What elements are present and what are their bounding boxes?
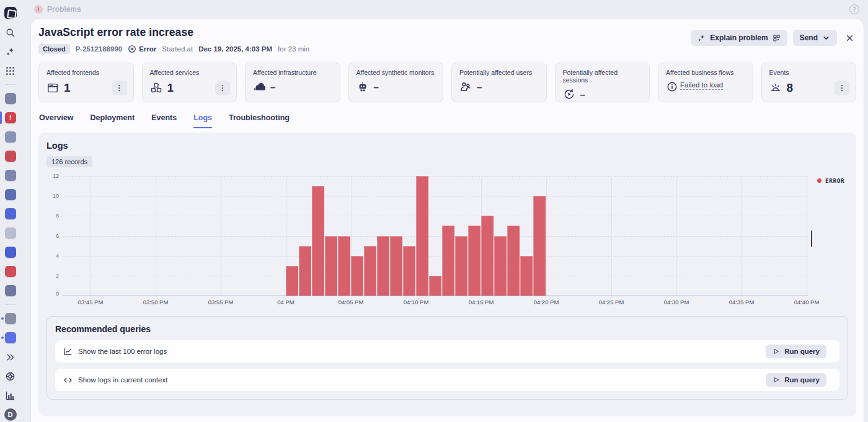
sidebar-app-icon-2[interactable] — [0, 129, 20, 145]
help-lifebuoy-icon[interactable] — [0, 368, 20, 384]
y-tick-label: 4 — [56, 253, 59, 259]
explain-problem-label: Explain problem — [710, 33, 768, 42]
y-tick-label: 0 — [56, 291, 59, 297]
explain-problem-button[interactable]: Explain problem — [691, 30, 787, 46]
bar-error-12[interactable] — [442, 226, 454, 296]
left-rail: !D — [0, 0, 20, 422]
card-value: – — [270, 82, 275, 92]
dynatrace-logo-mark — [4, 7, 17, 19]
sidebar-app-icon-11-tile — [5, 332, 16, 343]
sidebar-app-icon-1[interactable] — [0, 90, 20, 107]
infrastructure-icon — [253, 81, 265, 93]
sidebar-app-icon-settings-tile — [5, 313, 16, 324]
sidebar-app-icon-7-tile — [5, 227, 16, 239]
sidebar-app-icon-5[interactable] — [0, 187, 20, 203]
dynatrace-logo[interactable] — [0, 5, 20, 21]
bar-error-2[interactable] — [312, 186, 324, 296]
x-axis-line — [63, 296, 808, 296]
tab-events[interactable]: Events — [151, 113, 177, 128]
bar-error-19[interactable] — [533, 196, 546, 296]
bar-error-4[interactable] — [338, 236, 350, 296]
bar-error-18[interactable] — [520, 256, 533, 296]
run-query-button[interactable]: Run query — [766, 345, 826, 358]
user-avatar[interactable]: D — [0, 407, 20, 422]
bar-error-9[interactable] — [403, 246, 415, 296]
tab-deployment[interactable]: Deployment — [91, 113, 135, 128]
bar-error-16[interactable] — [494, 236, 507, 296]
tab-troubleshooting[interactable]: Troubleshooting — [229, 113, 290, 128]
bar-error-1[interactable] — [299, 246, 311, 296]
usage-chart-icon[interactable] — [0, 387, 20, 403]
bar-error-7[interactable] — [377, 236, 389, 296]
y-tick-label: 8 — [56, 213, 59, 219]
expand-rail-icon[interactable] — [0, 349, 20, 365]
help-icon[interactable]: ? — [849, 4, 859, 14]
ai-sparkles-icon[interactable] — [0, 43, 20, 59]
bar-error-15[interactable] — [481, 216, 494, 296]
chart-scrollbar-thumb[interactable] — [811, 231, 812, 247]
card-menu-button[interactable]: ⋮ — [215, 81, 230, 95]
code-context-icon — [63, 376, 78, 385]
legend-error-dot — [817, 178, 822, 183]
query-row-1[interactable]: Show logs in current contextRun query — [55, 369, 839, 391]
x-tick-label: 04:05 PM — [339, 299, 364, 306]
card-value: – — [580, 89, 585, 100]
sidebar-app-icon-8[interactable] — [0, 244, 20, 260]
card-menu-button[interactable]: ⋮ — [835, 81, 849, 95]
query-row-0[interactable]: Show the last 100 error logsRun query — [55, 340, 839, 363]
tab-logs[interactable]: Logs — [193, 113, 212, 128]
sidebar-app-icon-settings[interactable] — [0, 310, 20, 327]
bar-error-17[interactable] — [507, 226, 520, 296]
run-query-button[interactable]: Run query — [766, 373, 826, 387]
logs-panel-title: Logs — [46, 141, 848, 151]
tab-problems[interactable]: ! Problems — [34, 5, 81, 14]
query-label: Show logs in current context — [78, 376, 167, 384]
summary-card-6: Affected business flowsFailed to load — [658, 63, 753, 102]
bar-error-8[interactable] — [390, 236, 402, 296]
x-tick-label: 04:35 PM — [729, 299, 755, 306]
bar-error-13[interactable] — [455, 236, 467, 296]
chart-plot-area[interactable]: 03:45 PM03:50 PM03:55 PM04 PM04:05 PM04:… — [63, 176, 808, 296]
bar-error-5[interactable] — [351, 256, 363, 296]
apps-grid-icon[interactable] — [0, 63, 20, 79]
sidebar-app-icon-9[interactable] — [0, 263, 20, 279]
sidebar-app-icon-7[interactable] — [0, 225, 20, 241]
card-menu-button[interactable]: ⋮ — [112, 81, 127, 95]
users-icon — [459, 81, 472, 93]
bar-error-6[interactable] — [364, 246, 376, 296]
summary-card-7: Events8⋮ — [761, 63, 857, 102]
sidebar-app-icon-3-tile — [5, 151, 16, 162]
run-query-label: Run query — [784, 376, 820, 384]
sidebar-app-icon-10[interactable] — [0, 283, 20, 299]
x-tick-label: 04 PM — [277, 299, 294, 306]
sidebar-app-icon-problems[interactable]: ! — [0, 110, 20, 126]
card-label: Affected services — [150, 69, 231, 76]
bar-error-14[interactable] — [468, 226, 480, 296]
bar-error-3[interactable] — [325, 236, 337, 296]
x-tick-label: 03:50 PM — [143, 299, 169, 306]
sidebar-app-icon-6[interactable] — [0, 206, 20, 222]
y-tick-label: 10 — [53, 193, 59, 199]
card-failed-text[interactable]: Failed to load — [680, 81, 723, 90]
sidebar-app-icon-3[interactable] — [0, 148, 20, 164]
card-label: Potentially affected users — [459, 69, 540, 76]
sidebar-app-icon-11[interactable] — [0, 330, 20, 346]
send-button[interactable]: Send — [793, 30, 837, 46]
tab-overview[interactable]: Overview — [39, 113, 74, 128]
close-button[interactable] — [843, 31, 856, 45]
sidebar-app-icon-4[interactable] — [0, 167, 20, 183]
browser-icon — [46, 82, 59, 94]
recommended-queries-panel: Recommended queries Show the last 100 er… — [46, 316, 848, 400]
send-label: Send — [800, 33, 818, 42]
bar-error-11[interactable] — [429, 276, 441, 296]
bar-error-10[interactable] — [416, 176, 428, 296]
gridline-y-10 — [63, 196, 808, 196]
error-circle-icon — [128, 45, 136, 53]
card-label: Events — [769, 69, 850, 76]
gridline-x — [91, 176, 91, 296]
bar-error-0[interactable] — [286, 266, 298, 296]
started-prefix: Started at — [162, 45, 193, 53]
search-icon[interactable] — [0, 24, 20, 40]
x-tick-label: 04:20 PM — [534, 299, 559, 306]
card-label: Potentially affected sessions — [563, 69, 644, 84]
